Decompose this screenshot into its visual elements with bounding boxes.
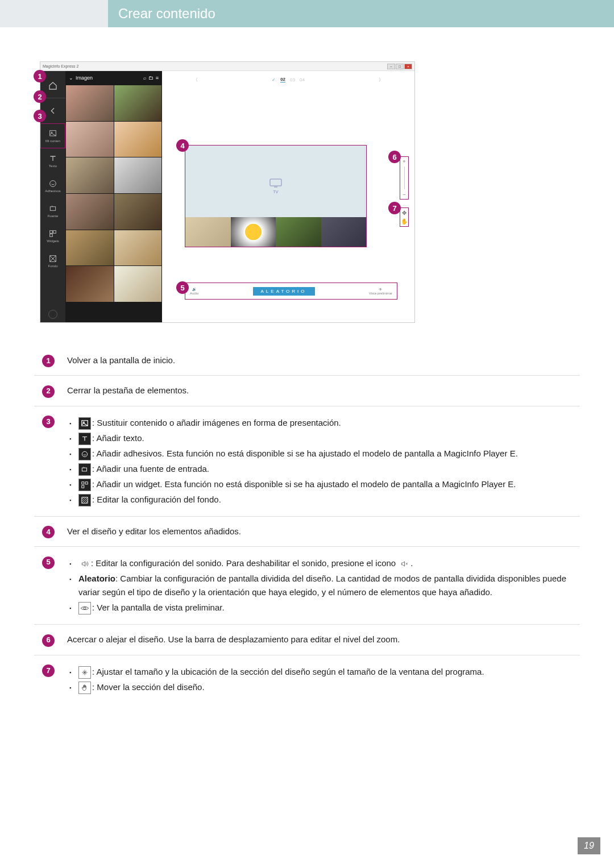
marker-1: 1 xyxy=(34,70,46,82)
marker-6: 6 xyxy=(388,151,401,163)
hand-icon[interactable]: ✋ xyxy=(401,218,408,225)
rail-widgets[interactable]: Widgets xyxy=(40,223,65,248)
thumbnail[interactable] xyxy=(114,194,162,230)
legend-text-2: Cerrar la pestaña de elementos. xyxy=(63,376,580,406)
preview-icon: 👁 xyxy=(379,288,382,291)
svg-rect-3 xyxy=(50,207,55,211)
step-04[interactable]: 04 xyxy=(300,77,305,82)
rail-fondo[interactable]: Fondo xyxy=(40,248,65,273)
preview-control[interactable]: 👁 Vista preliminar xyxy=(369,288,392,295)
rail-adhesivos[interactable]: Adhesivos xyxy=(40,173,65,198)
canvas-slot[interactable] xyxy=(321,217,367,247)
legend-num-1: 1 xyxy=(42,355,55,367)
speaker-on-icon xyxy=(78,559,91,569)
canvas-slot[interactable] xyxy=(276,217,321,247)
rail-fuente[interactable]: Fuente xyxy=(40,198,65,223)
svg-rect-12 xyxy=(82,482,84,484)
fit-icon[interactable]: ✥ xyxy=(402,210,406,216)
menu-icon[interactable]: ≡ xyxy=(156,75,159,81)
svg-rect-13 xyxy=(85,482,88,484)
marker-5: 5 xyxy=(176,281,189,294)
canvas-slot[interactable] xyxy=(185,217,231,247)
thumbnail[interactable] xyxy=(66,122,114,157)
wizard-nav: 〈 ✓ 02 03 04 〉 xyxy=(162,71,414,88)
media-panel: ⌄ Imagen ⌕ 🗀 ≡ xyxy=(65,71,162,322)
legend-table: 1 Volver a la pantalla de inicio. 2 Cerr… xyxy=(34,346,580,704)
page-header: Crear contenido xyxy=(0,0,614,27)
step-02[interactable]: 02 xyxy=(280,77,285,82)
nav-next-icon[interactable]: 〉 xyxy=(379,77,383,83)
chevron-down-icon[interactable]: ⌄ xyxy=(69,75,73,81)
media-panel-title: Imagen xyxy=(76,75,93,81)
legend-text-4: Ver el diseño y editar los elementos aña… xyxy=(63,517,580,547)
thumbnail[interactable] xyxy=(66,157,114,193)
legend-text-6: Acercar o alejar el diseño. Use la barra… xyxy=(63,625,580,655)
window-title: MagicInfo Express 2 xyxy=(43,64,78,68)
rail-texto[interactable]: Texto xyxy=(40,148,65,173)
nav-prev-icon[interactable]: 〈 xyxy=(193,77,198,83)
folder-icon[interactable]: 🗀 xyxy=(148,75,154,81)
legend-num-2: 2 xyxy=(42,385,55,398)
window-titlebar: MagicInfo Express 2 – □ × xyxy=(40,62,414,71)
thumbnail[interactable] xyxy=(114,122,162,157)
rail-micontent[interactable]: Mi conten xyxy=(40,123,65,148)
svg-rect-14 xyxy=(82,485,84,488)
aleatorio-button[interactable]: ALEATORIO xyxy=(253,287,315,296)
search-icon[interactable]: ⌕ xyxy=(143,75,146,81)
maximize-button[interactable]: □ xyxy=(396,64,404,69)
text-icon xyxy=(78,433,91,445)
tv-placeholder: TV xyxy=(269,178,283,194)
thumbnail[interactable] xyxy=(66,194,114,230)
legend-text-3: : Sustituir contenido o añadir imágenes … xyxy=(63,406,580,516)
fit-size-icon xyxy=(78,666,91,679)
hand-move-icon xyxy=(78,682,91,694)
move-control[interactable]: ✥ ✋ xyxy=(400,207,409,227)
thumbnail[interactable] xyxy=(66,266,114,302)
background-icon xyxy=(78,494,91,506)
page-title: Crear contenido xyxy=(108,0,614,27)
marker-2: 2 xyxy=(34,90,46,103)
legend-num-4: 4 xyxy=(42,526,55,538)
app-screenshot: 1 2 3 MagicInfo Express 2 – □ × Mi conte… xyxy=(40,61,415,323)
zoom-control[interactable]: + − xyxy=(400,156,409,200)
zoom-out-icon[interactable]: − xyxy=(403,192,405,197)
legend-num-6: 6 xyxy=(42,634,55,647)
legend-text-5: : Editar la configuración del sonido. Pa… xyxy=(63,547,580,625)
check-icon: ✓ xyxy=(272,77,276,82)
canvas-slot[interactable] xyxy=(231,217,276,247)
thumbnail[interactable] xyxy=(66,85,114,121)
thumbnail[interactable] xyxy=(114,266,162,302)
svg-rect-11 xyxy=(82,468,86,471)
editor-area: 〈 ✓ 02 03 04 〉 4 TV xyxy=(162,71,414,322)
svg-rect-6 xyxy=(50,234,53,237)
source-icon xyxy=(78,463,91,476)
zoom-in-icon[interactable]: + xyxy=(403,159,405,164)
marker-3: 3 xyxy=(34,110,46,122)
legend-num-7: 7 xyxy=(42,665,55,677)
svg-point-2 xyxy=(50,181,56,187)
thumbnail[interactable] xyxy=(66,230,114,266)
svg-point-15 xyxy=(84,607,86,609)
design-canvas[interactable]: TV xyxy=(185,145,367,247)
image-icon xyxy=(78,417,91,430)
minimize-button[interactable]: – xyxy=(387,64,395,69)
thumbnail[interactable] xyxy=(114,85,162,121)
thumbnail[interactable] xyxy=(114,230,162,266)
svg-rect-7 xyxy=(270,179,281,186)
bottom-bar: 🔊 Audio ALEATORIO 👁 Vista preliminar xyxy=(185,283,397,300)
help-button[interactable]: ? xyxy=(48,310,57,319)
step-03[interactable]: 03 xyxy=(290,77,295,82)
thumbnail[interactable] xyxy=(114,157,162,193)
legend-num-3: 3 xyxy=(42,416,55,428)
marker-7: 7 xyxy=(388,202,401,214)
legend-text-7: : Ajustar el tamaño y la ubicación de la… xyxy=(63,655,580,704)
header-accent-block xyxy=(0,0,108,27)
close-button[interactable]: × xyxy=(404,64,412,69)
svg-rect-5 xyxy=(53,231,56,234)
audio-control[interactable]: 🔊 Audio xyxy=(190,287,198,295)
speaker-off-icon xyxy=(398,559,410,569)
speaker-icon: 🔊 xyxy=(192,287,196,291)
svg-rect-4 xyxy=(50,231,53,234)
svg-point-10 xyxy=(82,451,87,456)
legend-num-5: 5 xyxy=(42,556,55,569)
